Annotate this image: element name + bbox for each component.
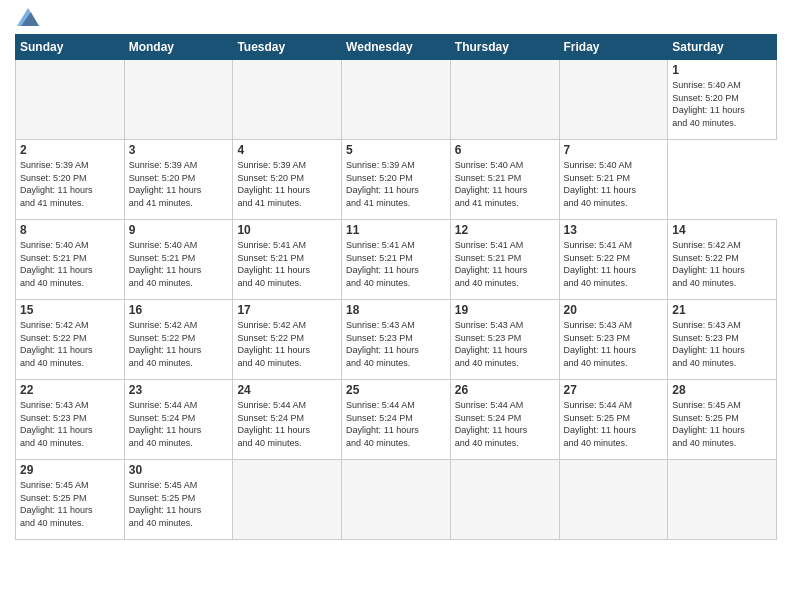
calendar-cell-empty [450, 460, 559, 540]
day-header-thursday: Thursday [450, 35, 559, 60]
calendar-week-1: 2Sunrise: 5:39 AMSunset: 5:20 PMDaylight… [16, 140, 777, 220]
calendar-cell-empty [668, 460, 777, 540]
calendar-cell-day-2: 2Sunrise: 5:39 AMSunset: 5:20 PMDaylight… [16, 140, 125, 220]
day-header-wednesday: Wednesday [342, 35, 451, 60]
calendar-cell-day-24: 24Sunrise: 5:44 AMSunset: 5:24 PMDayligh… [233, 380, 342, 460]
calendar-cell-day-20: 20Sunrise: 5:43 AMSunset: 5:23 PMDayligh… [559, 300, 668, 380]
calendar-week-5: 29Sunrise: 5:45 AMSunset: 5:25 PMDayligh… [16, 460, 777, 540]
calendar-cell-day-22: 22Sunrise: 5:43 AMSunset: 5:23 PMDayligh… [16, 380, 125, 460]
calendar-cell-empty [233, 60, 342, 140]
calendar-cell-empty [124, 60, 233, 140]
calendar-cell-day-23: 23Sunrise: 5:44 AMSunset: 5:24 PMDayligh… [124, 380, 233, 460]
logo [15, 10, 39, 26]
calendar-cell-day-25: 25Sunrise: 5:44 AMSunset: 5:24 PMDayligh… [342, 380, 451, 460]
calendar-cell-day-12: 12Sunrise: 5:41 AMSunset: 5:21 PMDayligh… [450, 220, 559, 300]
calendar-cell-empty [342, 60, 451, 140]
calendar-cell-empty [233, 460, 342, 540]
calendar-cell-day-30: 30Sunrise: 5:45 AMSunset: 5:25 PMDayligh… [124, 460, 233, 540]
header [15, 10, 777, 26]
calendar-cell-day-26: 26Sunrise: 5:44 AMSunset: 5:24 PMDayligh… [450, 380, 559, 460]
calendar-cell-empty [559, 460, 668, 540]
calendar-cell-day-21: 21Sunrise: 5:43 AMSunset: 5:23 PMDayligh… [668, 300, 777, 380]
calendar-week-4: 22Sunrise: 5:43 AMSunset: 5:23 PMDayligh… [16, 380, 777, 460]
calendar-cell-empty [342, 460, 451, 540]
calendar-cell-empty [450, 60, 559, 140]
calendar-cell-day-17: 17Sunrise: 5:42 AMSunset: 5:22 PMDayligh… [233, 300, 342, 380]
calendar-cell-day-15: 15Sunrise: 5:42 AMSunset: 5:22 PMDayligh… [16, 300, 125, 380]
calendar-cell-day-10: 10Sunrise: 5:41 AMSunset: 5:21 PMDayligh… [233, 220, 342, 300]
day-header-sunday: Sunday [16, 35, 125, 60]
day-header-tuesday: Tuesday [233, 35, 342, 60]
calendar-cell-day-19: 19Sunrise: 5:43 AMSunset: 5:23 PMDayligh… [450, 300, 559, 380]
day-header-saturday: Saturday [668, 35, 777, 60]
calendar-week-2: 8Sunrise: 5:40 AMSunset: 5:21 PMDaylight… [16, 220, 777, 300]
calendar-cell-day-13: 13Sunrise: 5:41 AMSunset: 5:22 PMDayligh… [559, 220, 668, 300]
calendar-cell-day-9: 9Sunrise: 5:40 AMSunset: 5:21 PMDaylight… [124, 220, 233, 300]
day-header-friday: Friday [559, 35, 668, 60]
calendar-cell-day-11: 11Sunrise: 5:41 AMSunset: 5:21 PMDayligh… [342, 220, 451, 300]
calendar-cell-day-28: 28Sunrise: 5:45 AMSunset: 5:25 PMDayligh… [668, 380, 777, 460]
calendar-cell-day-8: 8Sunrise: 5:40 AMSunset: 5:21 PMDaylight… [16, 220, 125, 300]
calendar-week-0: 1Sunrise: 5:40 AMSunset: 5:20 PMDaylight… [16, 60, 777, 140]
calendar-cell-day-5: 5Sunrise: 5:39 AMSunset: 5:20 PMDaylight… [342, 140, 451, 220]
calendar-cell-day-4: 4Sunrise: 5:39 AMSunset: 5:20 PMDaylight… [233, 140, 342, 220]
day-header-monday: Monday [124, 35, 233, 60]
calendar-cell-day-1: 1Sunrise: 5:40 AMSunset: 5:20 PMDaylight… [668, 60, 777, 140]
page-container: SundayMondayTuesdayWednesdayThursdayFrid… [0, 0, 792, 612]
logo-icon [17, 8, 39, 26]
calendar-cell-day-18: 18Sunrise: 5:43 AMSunset: 5:23 PMDayligh… [342, 300, 451, 380]
calendar-cell-day-3: 3Sunrise: 5:39 AMSunset: 5:20 PMDaylight… [124, 140, 233, 220]
calendar-table: SundayMondayTuesdayWednesdayThursdayFrid… [15, 34, 777, 540]
calendar-cell-day-7: 7Sunrise: 5:40 AMSunset: 5:21 PMDaylight… [559, 140, 668, 220]
calendar-cell-day-14: 14Sunrise: 5:42 AMSunset: 5:22 PMDayligh… [668, 220, 777, 300]
calendar-cell-day-6: 6Sunrise: 5:40 AMSunset: 5:21 PMDaylight… [450, 140, 559, 220]
calendar-cell-empty [559, 60, 668, 140]
calendar-cell-day-27: 27Sunrise: 5:44 AMSunset: 5:25 PMDayligh… [559, 380, 668, 460]
calendar-header-row: SundayMondayTuesdayWednesdayThursdayFrid… [16, 35, 777, 60]
calendar-cell-empty [16, 60, 125, 140]
calendar-cell-day-16: 16Sunrise: 5:42 AMSunset: 5:22 PMDayligh… [124, 300, 233, 380]
calendar-cell-day-29: 29Sunrise: 5:45 AMSunset: 5:25 PMDayligh… [16, 460, 125, 540]
calendar-week-3: 15Sunrise: 5:42 AMSunset: 5:22 PMDayligh… [16, 300, 777, 380]
